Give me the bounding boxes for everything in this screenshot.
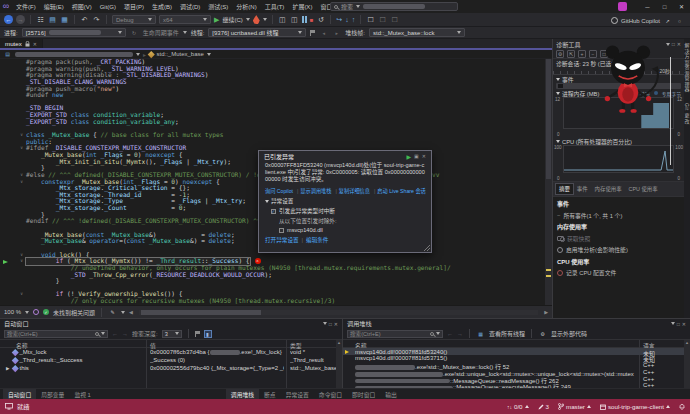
take-snapshot-action[interactable]: 获取快照 [557,234,680,243]
minimize-button[interactable]: ─ [639,0,656,13]
sync-status[interactable]: ↑↓0/0 [507,403,529,410]
gutter[interactable]: ∨ [0,145,26,152]
git-repo[interactable]: soul-trip-game-client [600,403,670,410]
depth-dropdown[interactable]: 3 [162,330,182,338]
search-prev-icon[interactable]: ← [447,331,453,337]
stack-frame-dropdown[interactable]: std::_Mutex_base::lock [369,28,465,37]
gutter[interactable] [0,72,26,79]
zoom-in-icon[interactable]: + [578,50,586,58]
variable-row[interactable]: _Thrd_result::_Success_Success (0)_Thrd_… [0,356,342,364]
user-icon[interactable]: ○ [675,16,684,25]
diag-tab-1[interactable]: 事件 [574,184,591,194]
menu-item[interactable]: 分析(N) [232,2,260,11]
menu-item[interactable]: 工具(T) [261,2,289,11]
gutter[interactable] [0,245,26,252]
gutter[interactable] [0,278,26,285]
hscroll-left-icon[interactable]: ◀ [129,309,133,315]
exception-link-2[interactable]: 复制详细信息 [333,187,370,194]
gutter[interactable] [0,238,26,245]
restart-icon[interactable]: ↺ [316,15,325,24]
dock-icon[interactable]: ▣ [414,153,419,159]
apply-code-changes-icon[interactable]: ◫ [278,15,287,24]
zoom-dropdown-icon[interactable] [25,311,29,314]
close-icon[interactable]: ✕ [422,153,426,159]
save-icon[interactable]: ▤ [48,15,57,24]
gutter[interactable]: ∨ [0,252,26,259]
expand-icon[interactable]: ▶ [6,366,11,371]
gutter[interactable] [0,125,26,132]
gutter[interactable]: ∨ [0,291,26,298]
resize-grip[interactable] [424,245,430,251]
right-tab-1[interactable]: 断点 [259,389,281,399]
gutter[interactable] [0,99,26,106]
gutter[interactable] [0,272,26,279]
thread-next-icon[interactable]: ▸ [332,28,341,37]
exception-link-1[interactable]: 显示调用堆栈 [295,187,332,194]
diag-tab-2[interactable]: 内存使用率 [592,184,625,194]
maximize-button[interactable]: □ [656,0,673,13]
gutter[interactable]: ∨ [0,132,26,139]
stack-frame-row[interactable]: msvcp140d.dll!00007ff81fd53240()未知 [343,348,690,355]
gutter[interactable] [0,218,26,225]
right-tab-4[interactable]: 即时窗口 [347,389,380,399]
thread-prev-icon[interactable]: ◂ [319,28,328,37]
notifications-bell[interactable] [679,403,685,410]
save-all-icon[interactable]: ▦ [60,15,69,24]
menu-item[interactable]: 生成(B) [148,2,176,11]
gutter[interactable] [0,225,26,232]
zoom-level[interactable]: 100 % [4,309,21,315]
menu-item[interactable]: 视图(V) [68,2,96,11]
gutter[interactable] [0,232,26,239]
exception-footer-link-1[interactable]: 编辑条件 [306,236,328,244]
right-tab-0[interactable]: 调用堆栈 [226,389,259,399]
external-code-button[interactable]: 显示外部代码 [551,329,587,338]
step-over-icon[interactable]: ↪ [336,16,342,24]
close-icon[interactable]: ✕ [334,321,338,327]
menu-item[interactable]: 扩展(X) [288,2,316,11]
panel-menu-icon[interactable] [671,322,675,325]
pause-icon[interactable] [302,16,307,23]
new-file-icon[interactable]: ☷ [36,15,45,24]
gutter[interactable] [0,86,26,93]
autos-search-input[interactable]: 搜索(Ctrl+E) [4,330,108,338]
stack-frame-row[interactable]: msvcp140d.dll!00007ff81fd53715()未知 [343,355,690,362]
menu-item[interactable]: 调试(D) [176,2,204,11]
gutter[interactable] [0,285,26,292]
diag-tab-0[interactable]: 摘要 [556,184,573,194]
continue-button[interactable]: 继续(C) [222,15,242,24]
process-dropdown[interactable]: [35716] [22,28,126,37]
flag-icon[interactable] [195,331,200,337]
gutter[interactable] [0,119,26,126]
right-tab-3[interactable]: 命令窗口 [314,389,347,399]
bookmark-prev-icon[interactable]: ☐ [378,15,387,24]
stack-frame-row[interactable]: .exe!std::_Mutex_base::lock() 行 52C++ [343,362,690,369]
variable-row[interactable]: _Mtx_lock0x00007ff6cb37d4ba {.exe!_Mtx_l… [0,348,342,356]
tab-mutex[interactable]: mutex ✕ [0,39,43,48]
thread-dropdown[interactable]: [9376] ucrtbased.dll 线程 [208,28,306,37]
tab-solution-explorer[interactable]: 解决方案资源管理器 [684,43,690,93]
hscroll-right-icon[interactable]: ▶ [544,309,548,315]
gutter[interactable]: ∨ [0,258,26,265]
redo-icon[interactable]: ↷ [92,15,101,24]
menu-item[interactable]: 编辑(E) [40,2,68,11]
tab-git-changes[interactable]: Git 更改 [684,103,690,124]
breadcrumb-class[interactable]: std::_Mutex_base [157,51,204,57]
exception-link-3[interactable]: 启动 Live Share 会话 [372,187,426,194]
pending-edits[interactable]: 3 [538,403,549,410]
menu-item[interactable]: Git(G) [96,4,120,10]
navigate-forward-icon[interactable]: → [16,15,25,24]
gutter[interactable] [0,165,26,172]
export-icon[interactable]: ⇱ [567,50,575,58]
variable-row[interactable]: ▶this0x000002556d79bc40 {_Mtx_storage={_… [0,364,342,372]
left-tab-0[interactable]: 自动窗口 [3,389,36,399]
search-box[interactable]: 搜索 [330,2,458,11]
cpu-section-header[interactable]: CPU (所有处理器的百分比) [553,137,684,145]
all-events-row[interactable]: −所有事件(1 个, 共 1 个) [557,211,680,220]
panel-menu-icon[interactable] [323,322,327,325]
copilot-badge[interactable]: GitHub Copilot ↗ ○ [611,14,684,27]
right-tab-5[interactable]: 输出 [380,389,402,399]
gutter[interactable] [0,198,26,205]
exception-link-0[interactable]: 询问 Copilot [265,187,293,194]
close-button[interactable]: ✕ [673,0,690,13]
flag-current-thread-icon[interactable] [310,30,315,36]
